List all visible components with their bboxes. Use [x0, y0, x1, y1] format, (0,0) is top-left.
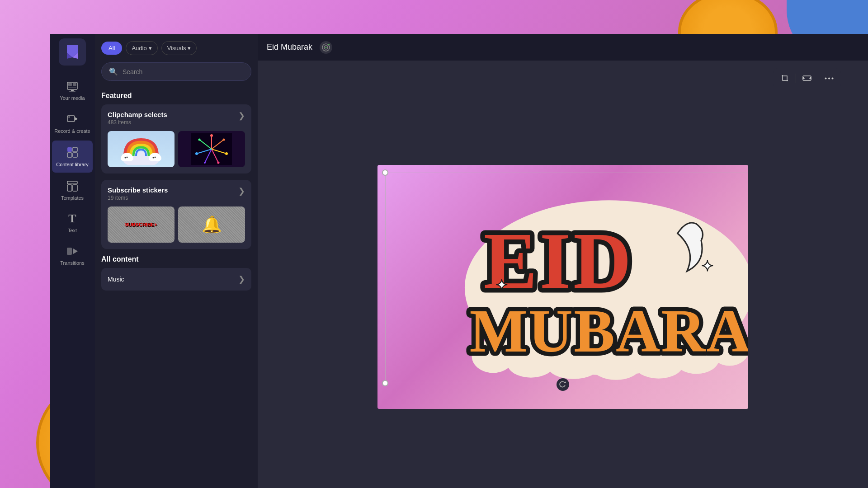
svg-marker-21 — [73, 249, 78, 254]
svg-point-32 — [155, 157, 156, 158]
filter-audio-button[interactable]: Audio ▾ — [126, 41, 157, 55]
your-media-icon — [65, 79, 80, 94]
svg-rect-13 — [67, 147, 72, 152]
svg-point-41 — [210, 134, 213, 137]
featured-section-title: Featured — [101, 92, 251, 100]
svg-point-43 — [225, 152, 228, 155]
audio-dropdown-arrow: ▾ — [149, 45, 152, 52]
save-icon[interactable] — [320, 41, 332, 54]
subscribe-stickers-info: Subscribe stickers 19 items — [108, 186, 168, 201]
svg-point-31 — [153, 157, 154, 159]
svg-rect-7 — [68, 87, 76, 88]
rotation-handle[interactable] — [557, 378, 569, 391]
svg-text:✦: ✦ — [701, 258, 714, 274]
app-logo[interactable] — [59, 38, 86, 66]
search-box: 🔍 — [101, 62, 251, 81]
subscribe-button-preview: SUBSCRIBE+ — [108, 206, 175, 243]
visuals-dropdown-arrow: ▾ — [188, 45, 191, 52]
crop-button[interactable] — [778, 71, 792, 85]
music-row[interactable]: Music ❯ — [101, 268, 251, 291]
content-panel: All Audio ▾ Visuals ▾ 🔍 Featured — [95, 34, 258, 488]
svg-point-29 — [125, 157, 126, 159]
clipchamp-selects-count: 483 items — [108, 119, 167, 126]
clipchamp-selects-info: Clipchamp selects 483 items — [108, 111, 167, 126]
bells-preview: 🔔 — [178, 206, 245, 243]
music-row-arrow: ❯ — [238, 274, 245, 284]
svg-point-55 — [832, 77, 834, 79]
svg-point-30 — [127, 157, 128, 158]
svg-point-51 — [328, 44, 330, 45]
selection-handle-bottom-left[interactable] — [382, 380, 388, 386]
svg-rect-17 — [67, 181, 77, 184]
selection-handle-top-left[interactable] — [382, 169, 388, 176]
clipchamp-selects-card[interactable]: Clipchamp selects 483 items ❯ — [101, 104, 251, 174]
text-icon: T — [65, 211, 80, 226]
eid-mubarak-sticker[interactable]: EID EID MUBARAK MUBARAK ✦ ✦ — [455, 186, 748, 380]
search-container: 🔍 — [95, 61, 258, 86]
transitions-icon — [65, 244, 80, 258]
svg-point-42 — [223, 139, 225, 141]
toolbar-divider-2 — [818, 74, 818, 83]
svg-point-12 — [68, 116, 70, 118]
canvas-wrapper: EID EID MUBARAK MUBARAK ✦ ✦ — [258, 61, 868, 488]
svg-marker-11 — [75, 117, 77, 121]
clipchamp-selects-images — [108, 131, 245, 167]
svg-point-54 — [828, 77, 830, 79]
subscribe-stickers-card[interactable]: Subscribe stickers 19 items ❯ SUBSCRIBE+… — [101, 180, 251, 249]
sidebar-label-transitions: Transitions — [60, 260, 84, 266]
svg-rect-16 — [73, 153, 77, 157]
filter-tabs: All Audio ▾ Visuals ▾ — [95, 34, 258, 61]
sidebar-item-transitions[interactable]: Transitions — [52, 239, 93, 270]
svg-rect-6 — [73, 83, 76, 86]
editor-header: Eid Mubarak — [258, 34, 868, 61]
svg-rect-14 — [73, 147, 77, 152]
resize-button[interactable] — [800, 71, 814, 85]
content-library-icon — [65, 145, 80, 160]
svg-rect-20 — [67, 248, 72, 255]
editor-area: Eid Mubarak — [258, 34, 868, 488]
svg-text:✦: ✦ — [495, 277, 508, 293]
svg-point-47 — [198, 139, 201, 141]
subscribe-stickers-title: Subscribe stickers — [108, 186, 168, 194]
svg-rect-9 — [69, 91, 75, 92]
canvas[interactable]: EID EID MUBARAK MUBARAK ✦ ✦ — [377, 165, 748, 409]
svg-text:MUBARAK: MUBARAK — [469, 297, 748, 365]
sidebar-label-your-media: Your media — [60, 95, 85, 101]
sidebar-item-record-create[interactable]: Record & create — [52, 107, 93, 139]
floating-toolbar — [773, 68, 841, 88]
filter-all-button[interactable]: All — [101, 42, 122, 55]
all-content-title: All content — [101, 255, 251, 263]
svg-point-46 — [195, 152, 198, 155]
project-title: Eid Mubarak — [267, 42, 312, 52]
record-create-icon — [65, 112, 80, 126]
firework-preview — [178, 131, 245, 167]
svg-rect-5 — [68, 83, 72, 86]
selection-line-left — [385, 173, 386, 383]
search-input[interactable] — [123, 68, 244, 75]
toolbar-divider-1 — [796, 74, 796, 83]
app-container: Your media Record & create — [50, 34, 868, 488]
svg-point-50 — [326, 47, 327, 48]
music-row-title: Music — [108, 276, 124, 283]
sidebar: Your media Record & create — [50, 34, 95, 488]
save-status — [320, 41, 332, 54]
subscribe-stickers-arrow: ❯ — [238, 186, 245, 196]
subscribe-stickers-header: Subscribe stickers 19 items ❯ — [108, 186, 245, 201]
sidebar-item-content-library[interactable]: Content library — [52, 141, 93, 172]
svg-rect-19 — [73, 185, 77, 191]
sidebar-label-templates: Templates — [61, 195, 84, 201]
sidebar-item-text[interactable]: T Text — [52, 207, 93, 238]
clipchamp-selects-title: Clipchamp selects — [108, 111, 167, 118]
svg-point-25 — [126, 155, 133, 161]
clipchamp-selects-header: Clipchamp selects 483 items ❯ — [108, 111, 245, 126]
rainbow-sticker-preview — [108, 131, 175, 167]
templates-icon — [65, 179, 80, 193]
svg-rect-15 — [67, 153, 72, 157]
more-options-button[interactable] — [822, 71, 836, 85]
svg-point-44 — [217, 162, 220, 164]
sidebar-item-templates[interactable]: Templates — [52, 174, 93, 205]
subscribe-stickers-count: 19 items — [108, 195, 168, 201]
sidebar-item-your-media[interactable]: Your media — [52, 75, 93, 105]
selection-line-top — [385, 173, 748, 173]
filter-visuals-button[interactable]: Visuals ▾ — [161, 41, 197, 55]
